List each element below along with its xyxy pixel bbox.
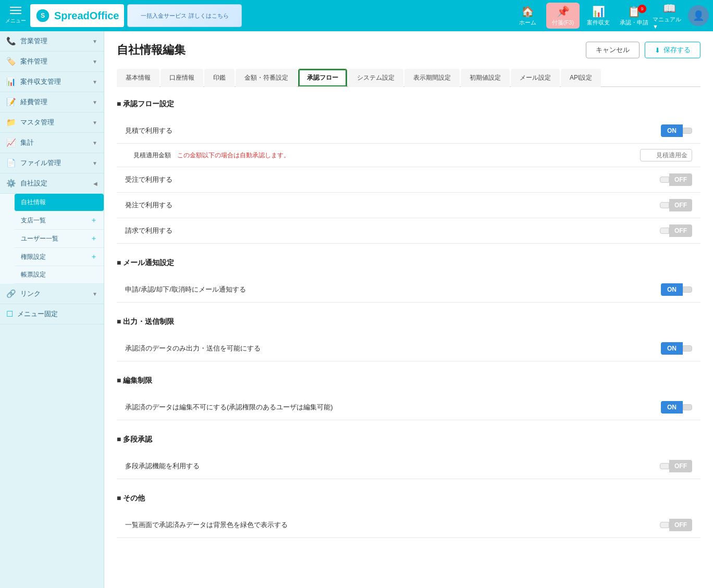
file-icon: 📄 [6,158,16,168]
tab-bank[interactable]: 口座情報 [161,69,203,87]
sidebar-item-menu-pin[interactable]: ☐ メニュー固定 [0,304,104,324]
plus-icon-branches: ＋ [90,216,97,225]
plus-icon-permissions: ＋ [90,252,97,261]
toggle-off-right-order[interactable]: OFF [669,173,692,186]
nav-sticky[interactable]: 📌 付箋(F3) [546,3,580,29]
arrow-icon-master: ▼ [92,120,97,126]
nav-home[interactable]: 🏠 ホーム [511,3,544,29]
section-output-limit: 出力・送信制限 承認済のデータのみ出力・送信を可能にする ON [117,317,700,361]
label-green-approved: 一覧画面で承認済みデータは背景色を緑色で表示する [125,520,288,530]
sidebar-label-links: リンク [20,289,41,298]
label-invoice-use: 請求で利用する [125,226,173,235]
sidebar-item-master[interactable]: 📁 マスタ管理 ▼ [0,112,104,133]
menu-button[interactable]: メニュー [4,3,27,29]
toggle-off-label[interactable] [683,128,692,134]
sidebar-item-files[interactable]: 📄 ファイル管理 ▼ [0,153,104,173]
sidebar-label-users: ユーザー一覧 [21,234,58,243]
home-icon: 🏠 [521,5,534,18]
nav-sticky-label: 付箋(F3) [552,19,574,27]
label-edit-lock: 承認済のデータは編集不可にする(承認権限のあるユーザは編集可能) [125,403,333,412]
sidebar-item-stats[interactable]: 📈 集計 ▼ [0,133,104,153]
toggle-on-label[interactable]: ON [661,124,683,137]
folder-icon: 📁 [6,118,16,127]
toggle-off-left-order[interactable] [660,177,669,183]
cancel-button[interactable]: キャンセル [586,42,640,58]
save-button[interactable]: ⬇ 保存する [645,42,700,58]
tab-defaults[interactable]: 初期値設定 [461,69,510,87]
sidebar-item-company-settings[interactable]: ⚙️ 自社設定 ◀ [0,173,104,194]
sidebar-item-links[interactable]: 🔗 リンク ▼ [0,284,104,304]
toggle-off-right-invoice[interactable]: OFF [669,224,692,237]
toggle-off-edit[interactable] [683,404,692,410]
toggle-off-right-green[interactable]: OFF [669,519,692,531]
toggle-on-output[interactable]: ON [661,342,683,355]
banner-text: 一括入金サービス 詳しくはこちら [141,12,228,20]
sidebar-item-forms[interactable]: 帳票設定 [15,266,104,284]
toggle-off-left-multi[interactable] [660,463,669,469]
section-title-multi: 多段承認 [117,435,700,446]
tab-mail[interactable]: メール設定 [511,69,560,87]
toggle-on-edit[interactable]: ON [661,401,683,414]
app-logo[interactable]: S SpreadOffice [30,4,124,27]
toggle-on-mail[interactable]: ON [661,283,683,296]
checkbox-icon: ☐ [6,309,13,319]
toggle-off-left-purchase[interactable] [660,202,669,208]
sidebar-item-projects[interactable]: 🏷️ 案件管理 ▼ [0,52,104,72]
sidebar-item-revenue[interactable]: 📊 案件収支管理 ▼ [0,72,104,92]
app-name: SpreadOffice [54,10,119,22]
section-multi-approval: 多段承認 多段承認機能を利用する OFF [117,435,700,479]
sidebar-label-permissions: 権限設定 [21,253,46,261]
sidebar-item-users[interactable]: ユーザー一覧 ＋ [15,230,104,248]
phone-icon: 📞 [6,36,16,46]
sidebar-item-branches[interactable]: 支店一覧 ＋ [15,211,104,230]
sidebar-item-expense[interactable]: 📝 経費管理 ▼ [0,92,104,112]
toggle-invoice-use[interactable]: OFF [660,224,692,237]
banner[interactable]: 一括入金サービス 詳しくはこちら [127,4,242,27]
toggle-off-mail[interactable] [683,286,692,293]
toggle-edit-lock[interactable]: ON [661,401,692,414]
tab-seal[interactable]: 印鑑 [204,69,235,87]
sidebar-item-permissions[interactable]: 権限設定 ＋ [15,248,104,266]
row-green-approved: 一覧画面で承認済みデータは背景色を緑色で表示する OFF [117,512,700,538]
tab-system[interactable]: システム設定 [348,69,403,87]
tab-basic[interactable]: 基本情報 [117,69,159,87]
user-avatar[interactable]: 👤 [688,5,709,26]
tab-amount[interactable]: 金額・符番設定 [236,69,297,87]
toggle-off-right-purchase[interactable]: OFF [669,199,692,211]
sidebar-item-sales[interactable]: 📞 営業管理 ▼ [0,31,104,52]
nav-approval[interactable]: 9 📋 承認・申請 [617,3,650,29]
section-edit-limit: 編集制限 承認済のデータは編集不可にする(承認権限のあるユーザは編集可能) ON [117,376,700,420]
toggle-green-approved[interactable]: OFF [660,519,692,531]
sidebar-label-menu-pin: メニュー固定 [17,309,58,319]
toggle-off-output[interactable] [683,345,692,352]
header: メニュー S SpreadOffice 一括入金サービス 詳しくはこちら 🏠 ホ… [0,0,713,31]
nav-revenue[interactable]: 📊 案件収支 [582,3,615,29]
row-edit-lock: 承認済のデータは編集不可にする(承認権限のあるユーザは編集可能) ON [117,395,700,420]
input-quote-amount[interactable] [640,149,692,161]
section-title-approval-flow: 承認フロー設定 [117,99,700,111]
toggle-output-approved[interactable]: ON [661,342,692,355]
toggle-off-right-multi[interactable]: OFF [669,460,692,472]
toggle-multi-approval[interactable]: OFF [660,460,692,472]
label-quote-use: 見積で利用する [125,126,173,135]
toggle-purchase-use[interactable]: OFF [660,199,692,211]
tag-icon: 🏷️ [6,57,16,66]
row-order-use: 受注で利用する OFF [117,167,700,193]
toggle-off-left-invoice[interactable] [660,228,669,234]
toggle-quote-use[interactable]: ON [661,124,692,137]
sidebar-label-branches: 支店一覧 [21,216,46,225]
tab-api[interactable]: API設定 [561,69,601,87]
nav-manual[interactable]: 📖 マニュアル▼ [653,3,686,29]
sticky-icon: 📌 [557,5,570,18]
row-multi-approval: 多段承認機能を利用する OFF [117,454,700,479]
label-mail-notify: 申請/承認/却下/取消時にメール通知する [125,285,246,294]
svg-text:S: S [41,12,45,19]
section-other: その他 一覧画面で承認済みデータは背景色を緑色で表示する OFF [117,494,700,538]
tab-approval-flow[interactable]: 承認フロー [298,69,347,87]
toggle-off-left-green[interactable] [660,522,669,528]
tab-display-period[interactable]: 表示期間設定 [404,69,460,87]
sidebar-item-company-info[interactable]: 自社情報 [15,194,104,211]
arrow-icon-revenue: ▼ [92,79,97,85]
toggle-mail-notify[interactable]: ON [661,283,692,296]
toggle-order-use[interactable]: OFF [660,173,692,186]
